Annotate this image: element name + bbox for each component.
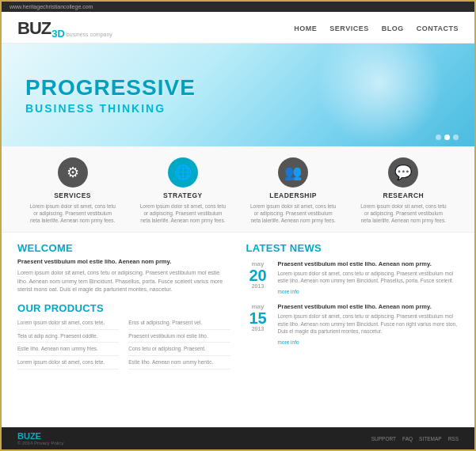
footer-links: SUPPORT FAQ SITEMAP RSS [371,436,459,442]
welcome-intro: Praesent vestibulum mol estie liho. Aene… [17,258,230,265]
news-item-1: may 20 2013 Praesent vestibulum mol esti… [246,260,459,295]
product-item: Tela ut adip acing. Praesent oddite. [17,332,119,343]
news-body-1: Praesent vestibulum mol estie liho. Aene… [278,260,459,295]
leadership-icon: 👥 [278,157,308,188]
footer-logo-text: BUZ [17,431,36,441]
url-text: www.heritagechristiancollege.com [10,4,93,9]
url-bar: www.heritagechristiancollege.com [2,2,474,12]
news-day-2: 15 [249,310,266,326]
welcome-body: Lorem ipsum dolor sit amet, cons tetu or… [17,269,230,294]
products-grid: Lorem ipsum dolor sit amet, cons tete. E… [17,319,230,370]
news-date-2: may 15 2013 [246,303,270,345]
leadership-title: LEADERSHIP [269,191,317,199]
news-item-2: may 15 2013 Praesent vestibulum mol esti… [246,303,459,345]
feature-leadership: 👥 LEADERSHIP Lorem ipsum dolor sit amet,… [249,157,337,224]
footer-logo-wrap: BUZE [17,431,63,441]
news-day-1: 20 [249,267,266,283]
strategy-icon: 🌐 [168,157,198,188]
hero-dot-2[interactable] [444,135,450,140]
features-section: ⚙ SERVICES Lorem ipsum dolor sit amet, c… [2,146,474,233]
welcome-title: WELCOME [17,242,230,254]
news-year-1: 2013 [252,283,265,289]
hero-title: PROGRESSIVE [25,75,474,100]
hero-section: PROGRESSIVE BUSINESS THINKING [2,44,474,146]
browser-frame: www.heritagechristiancollege.com BUZ 3D … [0,0,476,451]
footer-copyright: © 2014 Privacy Policy [17,441,63,445]
site-footer: BUZE © 2014 Privacy Policy SUPPORT FAQ S… [2,427,474,449]
feature-services: ⚙ SERVICES Lorem ipsum dolor sit amet, c… [29,157,116,224]
nav-services[interactable]: SERVICES [329,25,368,32]
hero-subtitle: BUSINESS THINKING [25,102,474,115]
services-title: SERVICES [54,191,91,199]
product-item: Praesent vestibulum mol estie liho. [128,332,230,343]
products-title: OUR PRODUCTS [17,302,230,314]
logo-sub: business company [67,32,112,37]
product-item: Lorem ipsum dolor sit amet, cons tete. [17,358,119,370]
news-more-1[interactable]: more info [278,289,299,294]
research-icon: 💬 [388,157,418,188]
hero-dot-3[interactable] [453,135,459,140]
product-item: Lorem ipsum dolor sit amet, cons tete. [17,319,119,330]
product-item: Eros ut adipiscing. Praesent vel. [128,319,230,330]
news-body-2: Praesent vestibulum mol estie liho. Aene… [278,303,459,345]
logo: BUZ 3D business company [17,18,112,39]
footer-link-support[interactable]: SUPPORT [371,436,396,442]
product-item: Estie liho. Aenean nom ummy hentic. [128,358,230,370]
site-header: BUZ 3D business company HOME SERVICES BL… [2,12,474,44]
news-title: LATEST NEWS [246,242,459,254]
left-column: WELCOME Praesent vestibulum mol estie li… [17,242,230,418]
hero-pagination [436,135,459,140]
product-item: Cons tetu or adipiscing. Praesent. [128,345,230,356]
footer-link-rss[interactable]: RSS [448,436,459,442]
leadership-text: Lorem ipsum dolor sit amet, cons tetu or… [249,203,337,224]
services-icon: ⚙ [58,157,88,188]
strategy-title: STRATEGY [163,191,203,199]
news-text-2: Lorem ipsum dolor sit amet, cons tetu or… [278,313,459,334]
feature-strategy: 🌐 STRATEGY Lorem ipsum dolor sit amet, c… [139,157,227,224]
footer-suffix: E [36,431,41,441]
news-heading-1: Praesent vestibulum mol estie liho. Aene… [278,260,459,267]
news-date-1: may 20 2013 [246,260,270,295]
product-item: Estie liho. Aenean nom ummy fries. [17,345,119,356]
footer-link-faq[interactable]: FAQ [402,436,413,442]
news-heading-2: Praesent vestibulum mol estie liho. Aene… [278,303,459,310]
main-content: WELCOME Praesent vestibulum mol estie li… [2,233,474,427]
feature-research: 💬 RESEARCH Lorem ipsum dolor sit amet, c… [360,157,447,224]
footer-link-sitemap[interactable]: SITEMAP [419,436,442,442]
nav-blog[interactable]: BLOG [382,25,404,32]
logo-buz: BUZ [17,18,51,39]
research-title: RESEARCH [383,191,425,199]
nav-contacts[interactable]: CONTACTS [417,25,459,32]
nav-home[interactable]: HOME [294,25,317,32]
hero-dot-1[interactable] [436,135,441,140]
right-column: LATEST NEWS may 20 2013 Praesent vestibu… [246,242,459,418]
news-text-1: Lorem ipsum dolor sit amet, cons tetu or… [278,270,459,284]
strategy-text: Lorem ipsum dolor sit amet, cons tetu or… [139,203,227,224]
footer-logo: BUZE [17,431,41,441]
main-nav: HOME SERVICES BLOG CONTACTS [294,25,459,32]
logo-suffix: 3D [51,28,65,39]
news-more-2[interactable]: more info [278,339,299,345]
news-year-2: 2013 [252,326,265,332]
footer-left: BUZE © 2014 Privacy Policy [17,431,63,445]
research-text: Lorem ipsum dolor sit amet, cons tetu or… [360,203,447,224]
services-text: Lorem ipsum dolor sit amet, cons tetu or… [29,203,116,224]
